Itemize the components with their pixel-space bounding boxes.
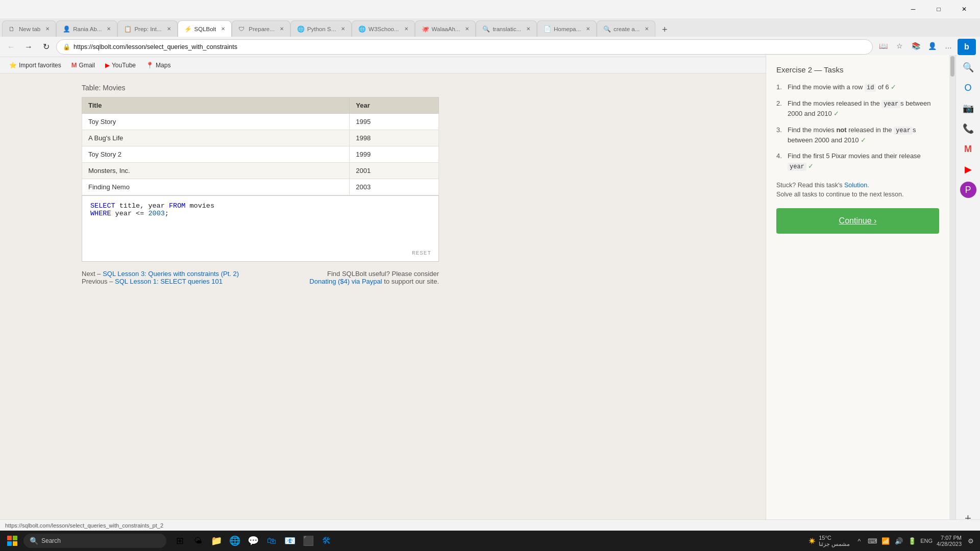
import-favorites-label: Import favorites (19, 62, 61, 69)
tab-close-homepage[interactable]: ✕ (584, 25, 592, 33)
cell-year: 1995 (350, 114, 439, 130)
cell-title: A Bug's Life (82, 130, 350, 146)
sys-tray: ^ ⌨ 📶 🔊 🔋 ENG (854, 536, 933, 546)
sidebar-outlook-icon[interactable]: O (960, 80, 976, 96)
tab-rania[interactable]: 👤 Rania Ab... ✕ (56, 20, 117, 37)
tab-prepare[interactable]: 🛡 Prepare... ✕ (232, 20, 290, 37)
chat-icon[interactable]: 💬 (245, 533, 261, 549)
settings-icon[interactable]: ⚙ (966, 536, 976, 546)
edge-copilot-button[interactable]: b (958, 39, 976, 55)
cell-title: Monsters, Inc. (82, 163, 350, 179)
bookmark-maps[interactable]: 📍 Maps (142, 60, 175, 71)
maximize-button[interactable]: □ (927, 0, 950, 18)
gmail-label: Gmail (79, 62, 95, 69)
bookmark-import-favorites[interactable]: ⭐ Import favorites (5, 60, 65, 71)
tab-python[interactable]: 🌐 Python S... ✕ (290, 20, 352, 37)
bookmark-gmail[interactable]: M Gmail (67, 59, 99, 71)
stuck-text: Stuck? Read this task's Solution. (776, 182, 939, 189)
file-explorer-icon[interactable]: 📁 (208, 533, 225, 549)
vscode-icon[interactable]: 🛠 (318, 533, 335, 549)
sidebar-youtube-icon[interactable]: ▶ (960, 161, 976, 178)
sidebar-gmail-icon[interactable]: M (960, 141, 976, 157)
status-bar: https://sqlbolt.com/lesson/select_querie… (0, 519, 980, 531)
tab-prep-int[interactable]: 📋 Prep: Int... ✕ (117, 20, 177, 37)
solution-link[interactable]: Solution. (844, 182, 869, 189)
taskview-icon[interactable]: ⊞ (172, 533, 188, 549)
scrollbar-thumb[interactable] (950, 56, 954, 77)
taskbar-clock[interactable]: 7:07 PM 4/28/2023 (937, 535, 962, 547)
url-bar[interactable]: 🔒 https://sqlbolt.com/lesson/select_quer… (56, 39, 873, 55)
donate-link[interactable]: Donating ($4) via Paypal (309, 278, 382, 285)
close-button[interactable]: ✕ (952, 0, 976, 18)
battery-icon[interactable]: 🔋 (907, 536, 917, 546)
tab-sqlbolt[interactable]: ⚡ SQLBolt ✕ (178, 20, 232, 37)
new-tab-button[interactable]: + (657, 22, 672, 37)
tab-w3schools[interactable]: 🌐 W3Schoo... ✕ (352, 20, 414, 37)
tab-favicon-sqlbolt: ⚡ (184, 26, 191, 33)
sidebar-search-icon[interactable]: 🔍 (960, 59, 976, 76)
previous-label: Previous – (82, 278, 113, 285)
search-icon: 🔍 (30, 537, 38, 545)
time-display: 7:07 PM (937, 535, 962, 541)
network-icon[interactable]: 📶 (880, 536, 891, 546)
tab-homepage[interactable]: 📄 Homepa... ✕ (537, 20, 597, 37)
title-bar-controls: ─ □ ✕ (901, 0, 976, 18)
edge-taskbar-icon[interactable]: 🌐 (227, 533, 243, 549)
favorites-button[interactable]: ☆ (892, 39, 906, 53)
tab-label-translate: translatic... (493, 26, 521, 32)
keyboard-icon[interactable]: ⌨ (867, 536, 877, 546)
task2-code: year (881, 100, 900, 108)
task-item-4: 4. Find the first 5 Pixar movies and the… (776, 151, 939, 171)
bookmark-youtube[interactable]: ▶ YouTube (101, 60, 140, 71)
refresh-button[interactable]: ↻ (39, 40, 53, 54)
task4-check: ✓ (808, 162, 814, 170)
start-button[interactable] (4, 533, 20, 549)
mail-icon[interactable]: 📧 (282, 533, 298, 549)
minimize-button[interactable]: ─ (901, 0, 925, 18)
continue-button[interactable]: Continue › (776, 208, 939, 234)
sidebar-unknown-icon[interactable]: P (960, 182, 976, 198)
previous-link[interactable]: SQL Lesson 1: SELECT queries 101 (115, 278, 223, 285)
tab-close-translate[interactable]: ✕ (524, 25, 532, 33)
sidebar-instagram-icon[interactable]: 📷 (960, 100, 976, 116)
tab-close-prep-int[interactable]: ✕ (165, 25, 173, 33)
tab-translate[interactable]: 🔍 translatic... ✕ (476, 20, 537, 37)
tab-new-tab[interactable]: 🗋 New tab ✕ (2, 20, 56, 37)
tab-close-w3schools[interactable]: ✕ (402, 25, 410, 33)
task2-check: ✓ (834, 110, 839, 117)
tab-close-rania[interactable]: ✕ (105, 25, 113, 33)
tab-walaahl[interactable]: 🐙 WalaaAh... ✕ (415, 20, 476, 37)
sidebar-whatsapp-icon[interactable]: 📞 (960, 120, 976, 137)
read-mode-button[interactable]: 📖 (876, 39, 890, 53)
next-link[interactable]: SQL Lesson 3: Queries with constraints (… (103, 270, 239, 278)
chevron-up-icon[interactable]: ^ (854, 536, 864, 546)
profile-button[interactable]: 👤 (925, 39, 939, 53)
tab-close-prepare[interactable]: ✕ (278, 25, 286, 33)
store-icon[interactable]: 🛍 (263, 533, 280, 549)
more-button[interactable]: … (941, 39, 955, 53)
tab-label-walaahl: WalaaAh... (432, 26, 460, 32)
collections-button[interactable]: 📚 (909, 39, 923, 53)
volume-icon[interactable]: 🔊 (894, 536, 904, 546)
terminal-icon[interactable]: ⬛ (300, 533, 316, 549)
tab-create[interactable]: 🔍 create a... ✕ (597, 20, 655, 37)
table-row: A Bug's Life 1998 (82, 130, 439, 146)
maps-icon: 📍 (146, 62, 154, 69)
tab-close-python[interactable]: ✕ (339, 25, 347, 33)
tab-close-new-tab[interactable]: ✕ (43, 25, 52, 33)
content-area: Table: Movies Title Year Toy Story 1995 … (0, 73, 766, 529)
sql-editor[interactable]: SELECT title, year FROM movies WHERE yea… (82, 195, 439, 262)
page-scrollbar[interactable] (949, 55, 955, 531)
back-button[interactable]: ← (4, 40, 18, 54)
tab-favicon-homepage: 📄 (544, 26, 551, 33)
tab-close-walaahl[interactable]: ✕ (463, 25, 471, 33)
forward-button[interactable]: → (21, 40, 36, 54)
taskbar-search[interactable]: 🔍 Search (23, 534, 166, 548)
tab-close-create[interactable]: ✕ (643, 25, 651, 33)
tab-close-sqlbolt[interactable]: ✕ (219, 25, 227, 33)
url-text: https://sqlbolt.com/lesson/select_querie… (74, 43, 237, 51)
widgets-icon[interactable]: 🌤 (190, 533, 206, 549)
reset-button[interactable]: RESET (412, 250, 431, 256)
task3-code: year (894, 127, 913, 135)
taskbar-icons: ⊞ 🌤 📁 🌐 💬 🛍 📧 ⬛ 🛠 (172, 533, 335, 549)
